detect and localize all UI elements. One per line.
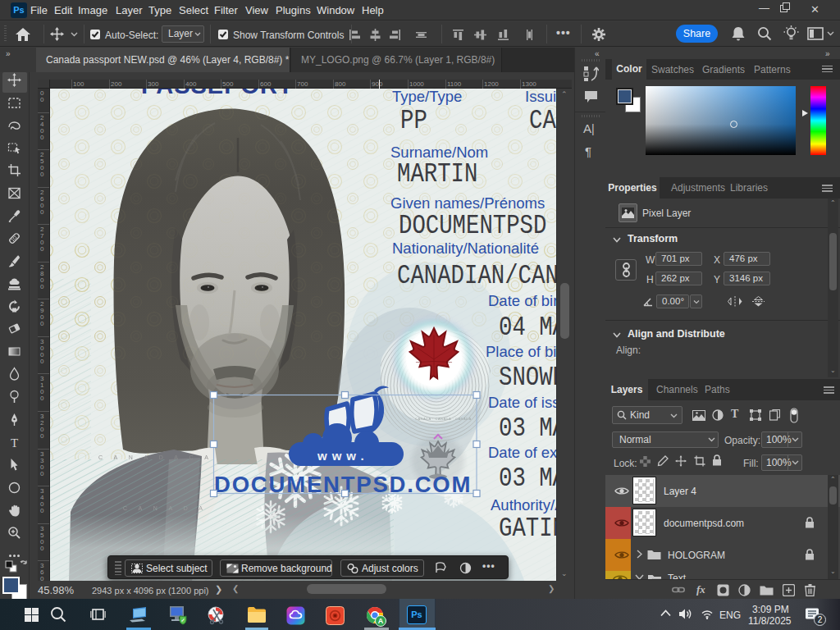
svg-text:SNOWDEN: SNOWDEN: [499, 363, 556, 393]
svg-text:Authority/Autorit: Authority/Autorit: [491, 496, 556, 514]
svg-text:GATINEAU: GATINEAU: [499, 514, 556, 544]
svg-text:03 MAR: 03 MAR: [499, 463, 556, 494]
svg-text:Place of birth: Place of birth: [486, 343, 556, 360]
svg-text:Date of issue: Date of issue: [488, 394, 556, 411]
svg-text:MARTIN: MARTIN: [397, 159, 477, 189]
svg-text:DOCUMENTPSD: DOCUMENTPSD: [399, 211, 546, 241]
svg-text:A: A: [378, 617, 384, 625]
svg-text:www.: www.: [317, 449, 369, 463]
svg-text:CANADIAN/CANA: CANADIAN/CANA: [397, 261, 556, 291]
svg-text:C A N A D A C A: C A N A D A C A: [98, 454, 213, 460]
svg-text:CANADA · CANADA · CANADA: CANADA · CANADA · CANADA: [415, 417, 472, 421]
svg-text:Surname/Nom: Surname/Nom: [390, 144, 488, 161]
svg-text:CAN: CAN: [529, 106, 556, 136]
svg-text:Issuing: Issuing: [525, 89, 556, 105]
svg-text:04 MAR: 04 MAR: [499, 313, 556, 343]
svg-text:Date of birth: Date of birth: [488, 292, 556, 309]
svg-text:03 MAR: 03 MAR: [499, 413, 556, 444]
svg-text:PP: PP: [400, 106, 427, 136]
svg-text:✓: ✓: [180, 618, 185, 623]
svg-text:Nationality/Nationalité: Nationality/Nationalité: [392, 240, 539, 257]
svg-text:Date of expiry: Date of expiry: [488, 444, 556, 461]
svg-text:T: T: [11, 436, 18, 450]
svg-text:Type/Type: Type/Type: [392, 89, 462, 105]
svg-text:Given names/Prénoms: Given names/Prénoms: [390, 194, 545, 212]
